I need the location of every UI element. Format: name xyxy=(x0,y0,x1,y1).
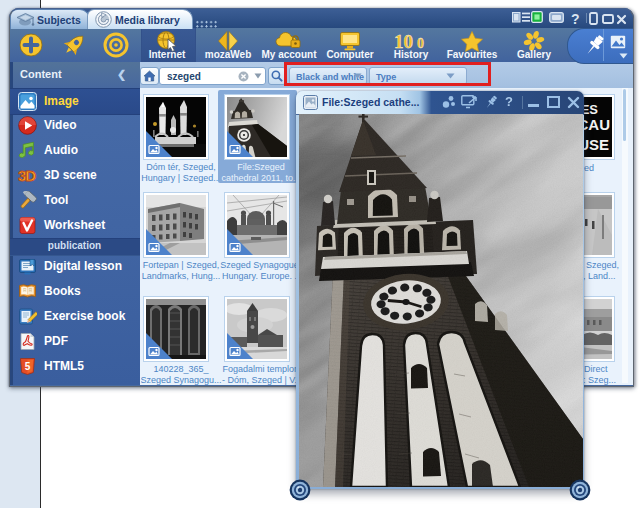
svg-text:5: 5 xyxy=(25,361,31,372)
svg-text:3D: 3D xyxy=(18,167,36,184)
